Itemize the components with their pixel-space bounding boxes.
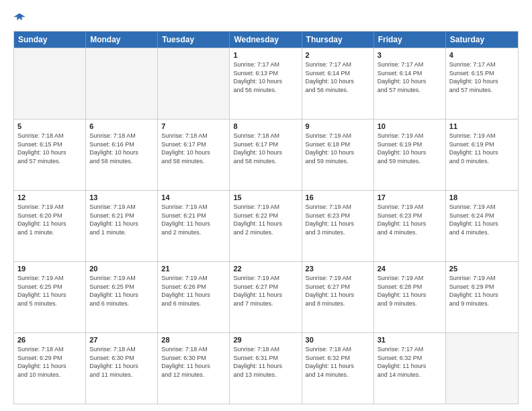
cal-cell-16: 16Sunrise: 7:19 AMSunset: 6:23 PMDayligh…: [302, 191, 374, 261]
cal-cell-26: 26Sunrise: 7:18 AMSunset: 6:29 PMDayligh…: [14, 333, 86, 404]
day-info: Sunrise: 7:18 AMSunset: 6:16 PMDaylight:…: [89, 132, 154, 165]
day-number: 21: [161, 265, 226, 273]
day-number: 20: [89, 265, 154, 273]
day-info: Sunrise: 7:18 AMSunset: 6:32 PMDaylight:…: [306, 345, 370, 379]
day-info: Sunrise: 7:19 AMSunset: 6:22 PMDaylight:…: [233, 203, 298, 236]
week-row-3: 19Sunrise: 7:19 AMSunset: 6:25 PMDayligh…: [14, 261, 518, 332]
day-number: 23: [306, 265, 370, 273]
day-number: 10: [378, 122, 442, 130]
day-number: 17: [378, 193, 442, 201]
cal-cell-6: 6Sunrise: 7:18 AMSunset: 6:16 PMDaylight…: [86, 120, 158, 190]
header-cell-monday: Monday: [86, 32, 158, 48]
day-info: Sunrise: 7:19 AMSunset: 6:18 PMDaylight:…: [306, 132, 370, 165]
day-info: Sunrise: 7:19 AMSunset: 6:27 PMDaylight:…: [233, 274, 298, 308]
day-info: Sunrise: 7:19 AMSunset: 6:19 PMDaylight:…: [378, 132, 442, 165]
day-number: 29: [233, 336, 298, 344]
header-cell-wednesday: Wednesday: [230, 32, 302, 48]
day-info: Sunrise: 7:19 AMSunset: 6:23 PMDaylight:…: [306, 203, 370, 236]
day-info: Sunrise: 7:19 AMSunset: 6:23 PMDaylight:…: [378, 203, 442, 236]
header-cell-thursday: Thursday: [302, 32, 374, 48]
page: SundayMondayTuesdayWednesdayThursdayFrid…: [0, 0, 532, 411]
cal-cell-11: 11Sunrise: 7:19 AMSunset: 6:19 PMDayligh…: [446, 120, 518, 190]
day-number: 11: [449, 122, 515, 130]
cal-cell-1: 1Sunrise: 7:17 AMSunset: 6:13 PMDaylight…: [230, 48, 302, 119]
week-row-0: 1Sunrise: 7:17 AMSunset: 6:13 PMDaylight…: [14, 48, 518, 119]
day-info: Sunrise: 7:17 AMSunset: 6:14 PMDaylight:…: [378, 60, 442, 94]
day-info: Sunrise: 7:19 AMSunset: 6:29 PMDaylight:…: [449, 274, 515, 308]
svg-marker-0: [13, 13, 26, 21]
day-number: 1: [233, 51, 298, 59]
cal-cell-14: 14Sunrise: 7:19 AMSunset: 6:21 PMDayligh…: [158, 191, 230, 261]
cal-cell-7: 7Sunrise: 7:18 AMSunset: 6:17 PMDaylight…: [158, 120, 230, 190]
day-info: Sunrise: 7:19 AMSunset: 6:25 PMDaylight:…: [17, 274, 82, 308]
cal-cell-23: 23Sunrise: 7:19 AMSunset: 6:27 PMDayligh…: [302, 262, 374, 332]
calendar-header: SundayMondayTuesdayWednesdayThursdayFrid…: [14, 32, 518, 48]
cal-cell-22: 22Sunrise: 7:19 AMSunset: 6:27 PMDayligh…: [230, 262, 302, 332]
calendar: SundayMondayTuesdayWednesdayThursdayFrid…: [13, 31, 519, 404]
day-info: Sunrise: 7:19 AMSunset: 6:26 PMDaylight:…: [161, 274, 226, 308]
cal-cell-29: 29Sunrise: 7:18 AMSunset: 6:31 PMDayligh…: [230, 333, 302, 404]
cal-cell-9: 9Sunrise: 7:19 AMSunset: 6:18 PMDaylight…: [302, 120, 374, 190]
day-info: Sunrise: 7:19 AMSunset: 6:25 PMDaylight:…: [89, 274, 154, 308]
header-cell-saturday: Saturday: [446, 32, 518, 48]
day-number: 2: [306, 51, 370, 59]
cal-cell-19: 19Sunrise: 7:19 AMSunset: 6:25 PMDayligh…: [14, 262, 86, 332]
header-cell-tuesday: Tuesday: [158, 32, 230, 48]
day-number: 25: [449, 265, 515, 273]
cal-cell-empty-1: [86, 48, 158, 119]
day-info: Sunrise: 7:19 AMSunset: 6:27 PMDaylight:…: [306, 274, 370, 308]
cal-cell-10: 10Sunrise: 7:19 AMSunset: 6:19 PMDayligh…: [374, 120, 446, 190]
logo-bird-icon: [13, 12, 26, 24]
cal-cell-18: 18Sunrise: 7:19 AMSunset: 6:24 PMDayligh…: [446, 191, 518, 261]
cal-cell-empty-2: [158, 48, 230, 119]
cal-cell-20: 20Sunrise: 7:19 AMSunset: 6:25 PMDayligh…: [86, 262, 158, 332]
cal-cell-empty-6: [446, 333, 518, 404]
day-info: Sunrise: 7:17 AMSunset: 6:15 PMDaylight:…: [449, 60, 515, 94]
day-info: Sunrise: 7:19 AMSunset: 6:21 PMDaylight:…: [89, 203, 154, 236]
day-number: 13: [89, 193, 154, 201]
header-cell-sunday: Sunday: [14, 32, 86, 48]
day-info: Sunrise: 7:19 AMSunset: 6:21 PMDaylight:…: [161, 203, 226, 236]
day-info: Sunrise: 7:17 AMSunset: 6:13 PMDaylight:…: [233, 60, 298, 94]
cal-cell-13: 13Sunrise: 7:19 AMSunset: 6:21 PMDayligh…: [86, 191, 158, 261]
day-info: Sunrise: 7:17 AMSunset: 6:32 PMDaylight:…: [378, 345, 442, 379]
day-info: Sunrise: 7:19 AMSunset: 6:24 PMDaylight:…: [449, 203, 515, 236]
day-number: 4: [449, 51, 515, 59]
day-number: 26: [17, 336, 82, 344]
day-number: 15: [233, 193, 298, 201]
day-info: Sunrise: 7:19 AMSunset: 6:20 PMDaylight:…: [17, 203, 82, 236]
header-cell-friday: Friday: [374, 32, 446, 48]
cal-cell-2: 2Sunrise: 7:17 AMSunset: 6:14 PMDaylight…: [302, 48, 374, 119]
logo: [13, 12, 26, 24]
day-number: 24: [378, 265, 442, 273]
day-number: 5: [17, 122, 82, 130]
day-number: 18: [449, 193, 515, 201]
cal-cell-15: 15Sunrise: 7:19 AMSunset: 6:22 PMDayligh…: [230, 191, 302, 261]
day-number: 28: [161, 336, 226, 344]
day-number: 16: [306, 193, 370, 201]
cal-cell-3: 3Sunrise: 7:17 AMSunset: 6:14 PMDaylight…: [374, 48, 446, 119]
day-number: 22: [233, 265, 298, 273]
day-info: Sunrise: 7:19 AMSunset: 6:19 PMDaylight:…: [449, 132, 515, 165]
day-info: Sunrise: 7:18 AMSunset: 6:17 PMDaylight:…: [233, 132, 298, 165]
day-number: 8: [233, 122, 298, 130]
calendar-body: 1Sunrise: 7:17 AMSunset: 6:13 PMDaylight…: [14, 48, 518, 404]
day-number: 31: [378, 336, 442, 344]
day-info: Sunrise: 7:18 AMSunset: 6:15 PMDaylight:…: [17, 132, 82, 165]
cal-cell-17: 17Sunrise: 7:19 AMSunset: 6:23 PMDayligh…: [374, 191, 446, 261]
day-number: 3: [378, 51, 442, 59]
day-info: Sunrise: 7:18 AMSunset: 6:29 PMDaylight:…: [17, 345, 82, 379]
week-row-2: 12Sunrise: 7:19 AMSunset: 6:20 PMDayligh…: [14, 190, 518, 261]
cal-cell-27: 27Sunrise: 7:18 AMSunset: 6:30 PMDayligh…: [86, 333, 158, 404]
cal-cell-4: 4Sunrise: 7:17 AMSunset: 6:15 PMDaylight…: [446, 48, 518, 119]
week-row-4: 26Sunrise: 7:18 AMSunset: 6:29 PMDayligh…: [14, 332, 518, 404]
cal-cell-28: 28Sunrise: 7:18 AMSunset: 6:30 PMDayligh…: [158, 333, 230, 404]
day-number: 19: [17, 265, 82, 273]
header: [13, 12, 519, 24]
cal-cell-24: 24Sunrise: 7:19 AMSunset: 6:28 PMDayligh…: [374, 262, 446, 332]
cal-cell-30: 30Sunrise: 7:18 AMSunset: 6:32 PMDayligh…: [302, 333, 374, 404]
day-info: Sunrise: 7:18 AMSunset: 6:30 PMDaylight:…: [89, 345, 154, 379]
day-info: Sunrise: 7:18 AMSunset: 6:17 PMDaylight:…: [161, 132, 226, 165]
cal-cell-12: 12Sunrise: 7:19 AMSunset: 6:20 PMDayligh…: [14, 191, 86, 261]
day-info: Sunrise: 7:18 AMSunset: 6:31 PMDaylight:…: [233, 345, 298, 379]
